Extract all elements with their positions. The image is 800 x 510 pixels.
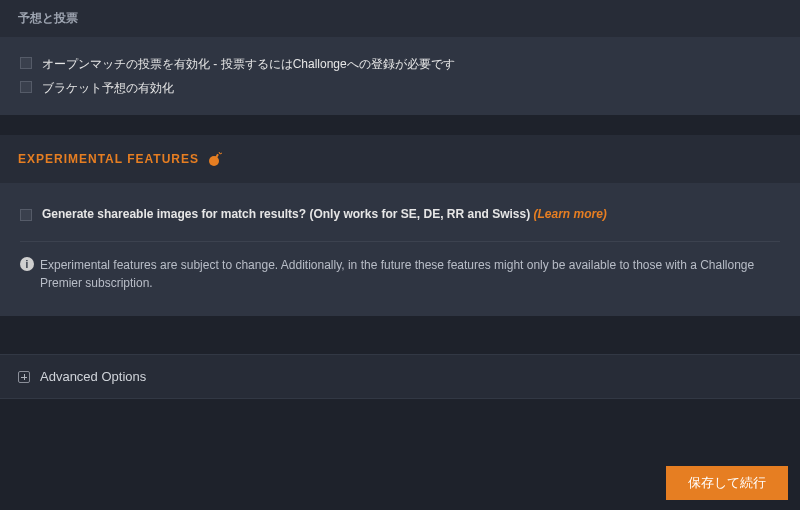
- info-icon: i: [20, 257, 34, 271]
- experimental-section-header: Experimental Features: [0, 135, 800, 183]
- experimental-info-row: i Experimental features are subject to c…: [20, 256, 780, 302]
- divider: [20, 241, 780, 242]
- plus-icon: [18, 371, 30, 383]
- experimental-section-body: Generate shareable images for match resu…: [0, 183, 800, 316]
- experimental-section-title: Experimental Features: [18, 152, 199, 166]
- voting-option-open-match[interactable]: オープンマッチの投票を有効化 - 投票するにはChallongeへの登録が必要で…: [20, 55, 780, 73]
- svg-point-0: [209, 156, 219, 166]
- experimental-option-text: Generate shareable images for match resu…: [42, 207, 530, 221]
- footer-bar: 保存して続行: [0, 456, 800, 510]
- experimental-option-shareable-images[interactable]: Generate shareable images for match resu…: [20, 207, 780, 221]
- save-continue-button[interactable]: 保存して続行: [666, 466, 788, 500]
- checkbox-icon[interactable]: [20, 209, 32, 221]
- voting-option-label: オープンマッチの投票を有効化 - 投票するにはChallongeへの登録が必要で…: [42, 55, 780, 73]
- learn-more-link[interactable]: (Learn more): [534, 207, 607, 221]
- voting-section-body: オープンマッチの投票を有効化 - 投票するにはChallongeへの登録が必要で…: [0, 37, 800, 115]
- voting-section-title: 予想と投票: [18, 11, 78, 25]
- checkbox-icon[interactable]: [20, 81, 32, 93]
- advanced-options-toggle[interactable]: Advanced Options: [0, 354, 800, 399]
- experimental-info-text: Experimental features are subject to cha…: [40, 256, 780, 292]
- bomb-icon: [207, 151, 223, 167]
- voting-option-bracket-predict[interactable]: ブラケット予想の有効化: [20, 79, 780, 97]
- section-gap: [0, 316, 800, 354]
- checkbox-icon[interactable]: [20, 57, 32, 69]
- experimental-option-label: Generate shareable images for match resu…: [42, 207, 607, 221]
- advanced-options-label: Advanced Options: [40, 369, 146, 384]
- voting-option-label: ブラケット予想の有効化: [42, 79, 780, 97]
- section-gap: [0, 115, 800, 135]
- voting-section-header: 予想と投票: [0, 0, 800, 37]
